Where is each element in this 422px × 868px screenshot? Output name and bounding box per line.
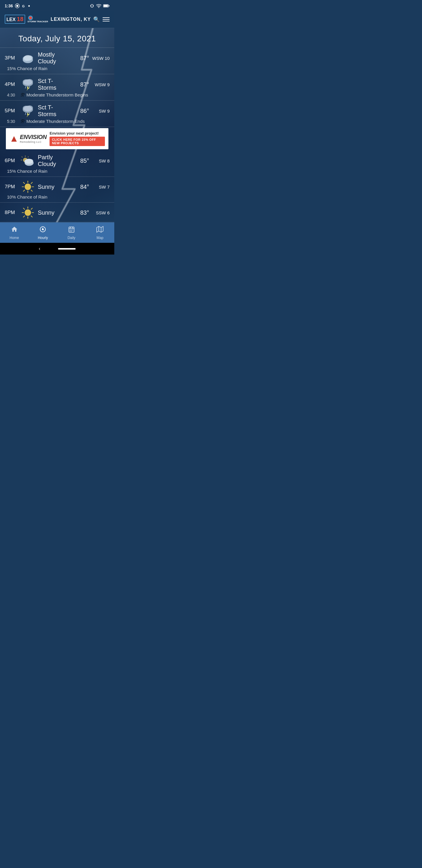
date-header: Today, July 15, 2021 — [0, 28, 114, 48]
sub-time-label: 4:30 — [7, 93, 19, 97]
nav-item-hourly[interactable]: Hourly — [29, 223, 58, 243]
status-time: 1:36 — [5, 3, 13, 8]
wind-value: SSW 6 — [92, 210, 109, 215]
menu-icon — [103, 17, 109, 18]
svg-rect-8 — [104, 5, 108, 7]
wifi-icon — [96, 3, 101, 8]
ad-cta-button[interactable]: CLICK HERE FOR 15% OFF NEW PROJECTS — [50, 137, 105, 146]
svg-line-44 — [31, 182, 32, 184]
sub-weather-icon: ⛈ — [21, 119, 25, 124]
hour-time-label: 4PM — [5, 82, 18, 87]
date-text: Today, July 15, 2021 — [19, 34, 96, 43]
hour-time-label: 7PM — [5, 184, 18, 190]
wind-value: SW 9 — [92, 108, 109, 114]
home-icon — [11, 226, 18, 235]
nav-item-home[interactable]: Home — [0, 223, 29, 243]
hour-time-label: 6PM — [5, 158, 18, 164]
svg-point-24 — [24, 106, 32, 112]
weather-sub-detail: 5:30⛈Moderate Thunderstorm Ends — [5, 118, 109, 124]
weather-condition-icon — [21, 78, 35, 91]
wind-value: WSW 9 — [92, 82, 109, 87]
clock-icon — [39, 226, 46, 235]
home-pill-icon[interactable] — [58, 248, 75, 250]
hour-time-label: 5PM — [5, 108, 18, 114]
ad-text-area: Envision your next project! CLICK HERE F… — [50, 131, 105, 146]
nav-item-map[interactable]: Map — [86, 223, 115, 243]
condition-label: Sct T-Storms — [38, 104, 71, 118]
location-text: LEXINGTON, KY — [51, 17, 91, 22]
advertisement-banner[interactable]: ▲ ENVISION Remodeling LLC Envision your … — [6, 128, 108, 149]
svg-line-30 — [28, 157, 28, 157]
temperature-value: 86° — [74, 107, 89, 114]
weather-sub-detail: 15% Chance of Rain — [5, 65, 109, 71]
condition-label: Mostly Cloudy — [38, 51, 71, 65]
svg-rect-65 — [71, 231, 72, 231]
sub-detail-text: Moderate Thunderstorm Ends — [26, 119, 85, 124]
svg-rect-3 — [91, 4, 93, 7]
weather-condition-icon — [21, 206, 35, 219]
svg-point-6 — [98, 7, 99, 8]
map-icon — [96, 226, 103, 235]
svg-line-20 — [29, 87, 30, 89]
weather-rows: 3PM Mostly Cloudy87°WSW 1015% Chance of … — [0, 48, 114, 222]
vibrate-icon — [90, 3, 94, 8]
svg-line-25 — [25, 113, 26, 115]
bottom-navigation: HomeHourlyDailyMap — [0, 222, 114, 243]
svg-point-36 — [25, 159, 33, 164]
status-bar: 1:36 G • — [0, 0, 114, 10]
temperature-value: 84° — [74, 184, 89, 190]
sub-time-label: 5:30 — [7, 119, 19, 124]
nav-label-hourly: Hourly — [38, 236, 48, 240]
ad-triangle-icon: ▲ — [9, 133, 19, 144]
wind-value: WSW 10 — [92, 56, 109, 61]
back-chevron-icon[interactable]: ‹ — [39, 246, 40, 251]
menu-button[interactable] — [103, 17, 109, 22]
ad-headline: Envision your next project! — [50, 131, 105, 135]
condition-label: Sunny — [38, 184, 71, 190]
svg-point-46 — [25, 209, 31, 216]
svg-line-45 — [24, 190, 25, 191]
search-icon[interactable]: 🔍 — [93, 16, 100, 23]
svg-rect-64 — [70, 231, 71, 231]
calendar-icon — [68, 226, 75, 235]
location-search-area[interactable]: LEXINGTON, KY 🔍 — [51, 16, 100, 23]
weather-sub-detail: 15% Chance of Rain — [5, 167, 109, 174]
logo-box: LEX 18 — [5, 15, 25, 24]
nav-item-daily[interactable]: Daily — [57, 223, 86, 243]
weather-row: 6PM Partly Cloudy85°SW 815% Chance of Ra… — [0, 150, 114, 177]
condition-label: Partly Cloudy — [38, 154, 71, 167]
temperature-value: 87° — [74, 55, 89, 62]
stormtracker-label: STORM TRACKER — [28, 21, 48, 23]
svg-line-53 — [31, 208, 32, 209]
ad-logo-text-area: ENVISION Remodeling LLC — [20, 134, 47, 144]
svg-rect-9 — [109, 5, 109, 7]
ad-logo-section: ▲ ENVISION Remodeling LLC — [9, 133, 46, 144]
weather-sub-detail: 10% Chance of Rain — [5, 193, 109, 199]
svg-line-43 — [31, 190, 32, 191]
notification-dot: • — [28, 3, 30, 9]
nav-label-home: Home — [10, 236, 19, 240]
logo-18-text: 18 — [17, 16, 24, 22]
weather-row: 5PM Sct T-Storms86°SW 95:30⛈Moderate Thu… — [0, 101, 114, 127]
logo-area: LEX 18 STORM TRACKER — [5, 15, 48, 24]
nav-label-map: Map — [97, 236, 103, 240]
svg-point-37 — [25, 184, 31, 190]
svg-point-0 — [16, 5, 18, 7]
temperature-value: 83° — [74, 209, 89, 216]
logo-lex-text: LEX — [6, 17, 15, 22]
status-icons — [90, 3, 109, 8]
sub-detail-text: 15% Chance of Rain — [7, 168, 47, 174]
weather-row: 7PM Sunny84°SW 710% Chance of Rain — [0, 177, 114, 203]
svg-point-56 — [42, 229, 43, 230]
orbit-icon — [15, 3, 20, 8]
svg-rect-62 — [71, 229, 72, 230]
weather-condition-icon — [21, 52, 35, 64]
wind-value: SW 7 — [92, 184, 109, 189]
weather-content-area: Today, July 15, 2021 3PM Mostly Cloudy87… — [0, 28, 114, 222]
wind-value: SW 8 — [92, 158, 109, 163]
menu-icon — [103, 19, 109, 20]
ad-company-sub: Remodeling LLC — [20, 141, 47, 144]
system-nav-bar: ‹ — [0, 243, 114, 254]
condition-label: Sunny — [38, 209, 71, 216]
condition-label: Sct T-Storms — [38, 78, 71, 91]
